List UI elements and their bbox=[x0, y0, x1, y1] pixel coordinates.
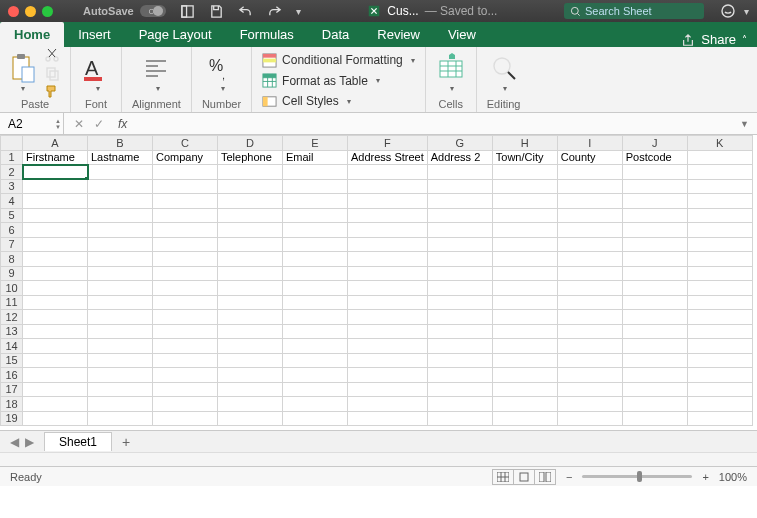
document-name: Cus... bbox=[387, 4, 418, 18]
tab-insert[interactable]: Insert bbox=[64, 22, 125, 47]
svg-rect-10 bbox=[47, 68, 55, 77]
spreadsheet-grid: A B C D E F G H I J K 1 Firstname Lastna… bbox=[0, 135, 753, 426]
svg-rect-18 bbox=[263, 58, 276, 62]
cell[interactable]: Telephone bbox=[218, 150, 283, 165]
view-page-break-icon[interactable] bbox=[534, 469, 556, 485]
table-row: 13 bbox=[1, 324, 753, 339]
autosave-toggle[interactable]: OFF bbox=[140, 5, 166, 17]
tab-review[interactable]: Review bbox=[363, 22, 434, 47]
paste-button[interactable]: ▾ bbox=[10, 53, 36, 93]
cells-button[interactable] bbox=[436, 53, 466, 93]
col-header[interactable]: I bbox=[557, 136, 622, 151]
row-header[interactable]: 2 bbox=[1, 165, 23, 180]
cell[interactable]: Company bbox=[153, 150, 218, 165]
sheet-tab[interactable]: Sheet1 bbox=[44, 432, 112, 451]
search-placeholder: Search Sheet bbox=[585, 5, 652, 17]
col-header[interactable]: E bbox=[283, 136, 348, 151]
conditional-formatting-button[interactable]: Conditional Formatting bbox=[262, 51, 415, 69]
col-header[interactable]: H bbox=[492, 136, 557, 151]
table-row: 15 bbox=[1, 353, 753, 368]
col-header[interactable]: D bbox=[218, 136, 283, 151]
zoom-level[interactable]: 100% bbox=[719, 471, 747, 483]
name-box[interactable]: A2 ▲▼ bbox=[0, 113, 64, 134]
editing-button[interactable] bbox=[489, 53, 519, 93]
cell-styles-button[interactable]: Cell Styles bbox=[262, 92, 351, 110]
table-row: 4 bbox=[1, 194, 753, 209]
col-header[interactable]: A bbox=[23, 136, 88, 151]
font-button[interactable]: A bbox=[81, 53, 111, 93]
col-header[interactable]: K bbox=[687, 136, 752, 151]
table-row: 16 bbox=[1, 368, 753, 383]
sheet-area[interactable]: A B C D E F G H I J K 1 Firstname Lastna… bbox=[0, 135, 757, 430]
col-header[interactable]: G bbox=[427, 136, 492, 151]
col-header[interactable]: F bbox=[348, 136, 428, 151]
maximize-icon[interactable] bbox=[42, 6, 53, 17]
cell[interactable]: County bbox=[557, 150, 622, 165]
home-qat-icon[interactable] bbox=[180, 4, 195, 19]
close-icon[interactable] bbox=[8, 6, 19, 17]
undo-icon[interactable] bbox=[238, 4, 253, 19]
col-header[interactable]: J bbox=[622, 136, 687, 151]
tab-data[interactable]: Data bbox=[308, 22, 363, 47]
table-row: 18 bbox=[1, 397, 753, 412]
save-icon[interactable] bbox=[209, 4, 224, 19]
formula-bar-expand-icon[interactable]: ▼ bbox=[740, 119, 757, 129]
sheet-nav-prev-icon[interactable]: ◀ bbox=[10, 435, 19, 449]
view-buttons bbox=[493, 469, 556, 485]
tab-formulas[interactable]: Formulas bbox=[226, 22, 308, 47]
svg-point-4 bbox=[722, 5, 734, 17]
formula-bar-input[interactable] bbox=[137, 113, 740, 134]
svg-rect-27 bbox=[539, 472, 544, 482]
sheet-nav-next-icon[interactable]: ▶ bbox=[25, 435, 34, 449]
cell[interactable]: Email bbox=[283, 150, 348, 165]
group-label-paste: Paste bbox=[21, 98, 49, 110]
col-header[interactable]: C bbox=[153, 136, 218, 151]
zoom-slider[interactable] bbox=[582, 475, 692, 478]
row-header[interactable]: 1 bbox=[1, 150, 23, 165]
tab-page-layout[interactable]: Page Layout bbox=[125, 22, 226, 47]
cancel-formula-icon[interactable]: ✕ bbox=[74, 117, 84, 131]
active-cell[interactable] bbox=[23, 165, 88, 180]
fx-icon[interactable]: fx bbox=[118, 117, 127, 131]
share-button[interactable]: Share ˄ bbox=[671, 32, 757, 47]
search-sheet-input[interactable]: Search Sheet bbox=[564, 3, 704, 19]
format-as-table-button[interactable]: Format as Table bbox=[262, 72, 380, 90]
name-box-stepper[interactable]: ▲▼ bbox=[55, 118, 61, 130]
number-button[interactable]: %, bbox=[206, 53, 236, 93]
table-row: 17 bbox=[1, 382, 753, 397]
svg-rect-1 bbox=[182, 5, 187, 16]
cell[interactable]: Firstname bbox=[23, 150, 88, 165]
zoom-in-button[interactable]: + bbox=[702, 471, 708, 483]
zoom-out-button[interactable]: − bbox=[566, 471, 572, 483]
alignment-button[interactable] bbox=[141, 53, 171, 93]
table-row: 3 bbox=[1, 179, 753, 194]
cell[interactable]: Address 2 bbox=[427, 150, 492, 165]
add-sheet-button[interactable]: + bbox=[112, 434, 140, 450]
format-painter-icon[interactable] bbox=[44, 83, 60, 99]
ribbon-tabs: Home Insert Page Layout Formulas Data Re… bbox=[0, 22, 757, 47]
enter-formula-icon[interactable]: ✓ bbox=[94, 117, 104, 131]
cell[interactable]: Town/City bbox=[492, 150, 557, 165]
excel-file-icon bbox=[367, 4, 381, 18]
cell[interactable]: Lastname bbox=[88, 150, 153, 165]
horizontal-scrollbar[interactable] bbox=[0, 452, 757, 466]
col-header[interactable]: B bbox=[88, 136, 153, 151]
select-all-corner[interactable] bbox=[1, 136, 23, 151]
table-row: 5 bbox=[1, 208, 753, 223]
feedback-icon[interactable] bbox=[720, 3, 736, 19]
tab-view[interactable]: View bbox=[434, 22, 490, 47]
svg-rect-7 bbox=[22, 67, 34, 82]
document-status: — Saved to... bbox=[425, 4, 498, 18]
minimize-icon[interactable] bbox=[25, 6, 36, 17]
view-page-layout-icon[interactable] bbox=[513, 469, 535, 485]
ribbon: ▾ Paste A Font Alignment %, bbox=[0, 47, 757, 113]
cell[interactable] bbox=[687, 150, 752, 165]
titlebar-more-icon[interactable]: ▾ bbox=[744, 6, 749, 17]
tab-home[interactable]: Home bbox=[0, 22, 64, 47]
redo-icon[interactable] bbox=[267, 4, 282, 19]
cell[interactable]: Postcode bbox=[622, 150, 687, 165]
cut-icon[interactable] bbox=[44, 47, 60, 63]
cell[interactable]: Address Street bbox=[348, 150, 428, 165]
copy-icon[interactable] bbox=[44, 65, 60, 81]
view-normal-icon[interactable] bbox=[492, 469, 514, 485]
